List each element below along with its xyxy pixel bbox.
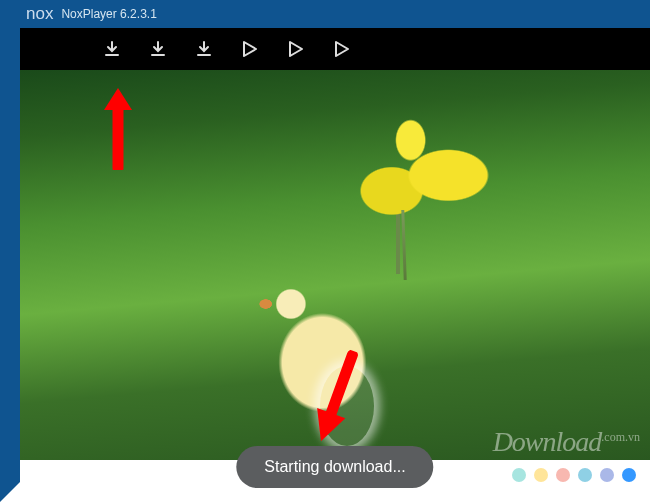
watermark-suffix: .com.vn (601, 430, 640, 444)
content-area: Download.com.vn Starting download... (20, 28, 650, 482)
pager-dot[interactable] (534, 468, 548, 482)
window-title: NoxPlayer 6.2.3.1 (61, 7, 156, 21)
annotation-arrow-up (100, 84, 136, 174)
download-1-icon[interactable] (102, 39, 122, 59)
play-2-icon[interactable] (286, 39, 306, 59)
pager-dots (512, 468, 636, 482)
pager-dot[interactable] (556, 468, 570, 482)
download-2-icon[interactable] (148, 39, 168, 59)
play-1-icon[interactable] (240, 39, 260, 59)
toast-notification: Starting download... (236, 446, 433, 488)
pager-dot[interactable] (578, 468, 592, 482)
app-logo: nox (26, 4, 53, 24)
app-window: nox NoxPlayer 6.2.3.1 (0, 0, 650, 502)
toast-message: Starting download... (264, 458, 405, 475)
download-3-icon[interactable] (194, 39, 214, 59)
pager-dot[interactable] (622, 468, 636, 482)
toolbar (20, 28, 650, 70)
pager-dot[interactable] (600, 468, 614, 482)
pager-dot[interactable] (512, 468, 526, 482)
titlebar: nox NoxPlayer 6.2.3.1 (20, 0, 650, 28)
watermark: Download.com.vn (493, 426, 640, 458)
watermark-text: Download (493, 426, 602, 457)
flower-stem (402, 210, 407, 280)
play-3-icon[interactable] (332, 39, 352, 59)
